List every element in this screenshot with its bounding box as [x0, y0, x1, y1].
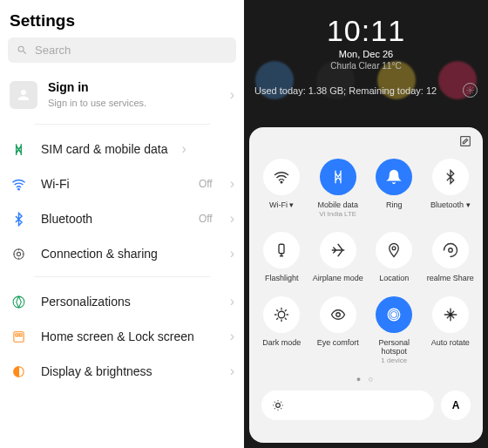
tile-label: Mobile data [317, 200, 358, 209]
chevron-right-icon: › [230, 294, 234, 309]
settings-item-display[interactable]: Display & brightness › [8, 354, 236, 389]
item-status: Off [199, 213, 213, 225]
tile-label: Location [379, 274, 409, 282]
tile-icon [320, 159, 356, 195]
svg-point-16 [392, 313, 396, 317]
qs-tile-0[interactable]: Wi-Fi ▾ [254, 155, 309, 227]
tile-label: Airplane mode [313, 274, 363, 282]
qs-tile-5[interactable]: Airplane mode [311, 228, 366, 291]
brightness-slider[interactable] [261, 390, 434, 420]
data-usage-text: Used today: 1.38 GB; Remaining today: 12 [254, 85, 437, 96]
tile-sublabel: Vi India LTE [319, 210, 356, 218]
item-label: Personalizations [41, 295, 131, 309]
tile-icon [432, 159, 469, 195]
signin-title: Sign in [48, 80, 146, 94]
settings-gear-icon[interactable] [463, 83, 478, 98]
chevron-right-icon: › [230, 176, 234, 192]
settings-item-connection[interactable]: Connection & sharing › [8, 236, 236, 271]
chevron-right-icon: › [230, 246, 234, 261]
search-input[interactable]: Search [8, 37, 236, 63]
qs-tile-10[interactable]: Personal hotspot 1 device [367, 293, 422, 373]
tile-icon [376, 296, 412, 333]
signin-row[interactable]: Sign in Sign in to use services. › [8, 75, 236, 115]
tile-icon [320, 296, 356, 333]
homescreen-icon [10, 329, 27, 344]
page-indicator: ● ○ [254, 375, 478, 384]
tile-label: Dark mode [262, 338, 301, 347]
svg-point-2 [13, 248, 23, 258]
edit-tiles-button[interactable] [458, 134, 472, 148]
divider [34, 124, 210, 125]
svg-point-0 [17, 188, 18, 189]
svg-point-8 [469, 89, 471, 91]
tile-icon [376, 232, 412, 268]
tile-label: Bluetooth ▾ [430, 200, 471, 209]
item-label: SIM card & mobile data [41, 142, 168, 156]
item-status: Off [199, 178, 213, 190]
svg-point-1 [17, 252, 20, 255]
tile-icon [376, 159, 412, 195]
qs-tile-9[interactable]: Eye comfort [311, 293, 366, 373]
tile-label: Flashlight [265, 274, 299, 282]
qs-tile-6[interactable]: Location [367, 228, 422, 291]
quick-settings-panel: Wi-Fi ▾ Mobile data Vi India LTE Ring Bl… [249, 127, 483, 443]
qs-tile-7[interactable]: realme Share [424, 228, 478, 291]
display-icon [10, 364, 27, 379]
svg-rect-11 [279, 244, 284, 254]
bluetooth-icon [10, 212, 27, 227]
settings-item-bluetooth[interactable]: Bluetooth Off › [8, 201, 236, 236]
personalization-icon [10, 295, 27, 309]
svg-rect-6 [19, 333, 22, 336]
item-label: Connection & sharing [41, 247, 158, 261]
chevron-right-icon: › [230, 211, 234, 227]
svg-point-10 [281, 181, 282, 183]
settings-item-wifi[interactable]: Wi-Fi Off › [8, 166, 236, 201]
item-label: Display & brightness [41, 364, 152, 378]
chevron-right-icon: › [230, 87, 234, 103]
auto-brightness-button[interactable]: A [441, 390, 471, 420]
chevron-right-icon: › [182, 141, 186, 157]
qs-tile-4[interactable]: Flashlight [254, 228, 309, 291]
item-label: Wi-Fi [41, 177, 70, 191]
page-title: Settings [10, 11, 236, 31]
chevron-right-icon: › [230, 329, 234, 344]
settings-item-personalizations[interactable]: Personalizations › [8, 284, 236, 319]
svg-rect-5 [15, 333, 17, 336]
clock-time: 10:11 [244, 14, 488, 48]
qs-tile-3[interactable]: Bluetooth ▾ [424, 155, 478, 227]
tile-label: Ring [386, 200, 403, 209]
brightness-icon [272, 399, 284, 411]
svg-point-3 [13, 296, 24, 308]
tile-icon [320, 232, 356, 268]
qs-tile-11[interactable]: Auto rotate [424, 293, 478, 373]
wifi-icon [10, 177, 27, 192]
tile-icon [432, 232, 469, 268]
tile-icon [263, 296, 300, 333]
qs-tile-2[interactable]: Ring [367, 155, 422, 227]
qs-tile-1[interactable]: Mobile data Vi India LTE [311, 155, 366, 227]
tile-icon [263, 159, 300, 195]
svg-point-12 [392, 247, 396, 250]
tile-label: Wi-Fi ▾ [269, 200, 295, 209]
tile-label: Personal hotspot [367, 338, 422, 356]
connection-icon [10, 247, 27, 261]
svg-point-14 [279, 311, 286, 318]
divider [34, 276, 210, 277]
svg-point-13 [449, 248, 453, 253]
tile-sublabel: 1 device [381, 356, 407, 364]
tile-icon [263, 232, 300, 268]
svg-point-19 [449, 314, 451, 316]
item-label: Bluetooth [41, 212, 92, 226]
tile-label: realme Share [427, 274, 474, 282]
svg-point-20 [276, 404, 281, 408]
search-placeholder: Search [35, 44, 71, 57]
settings-item-sim[interactable]: SIM card & mobile data › [8, 132, 236, 166]
settings-item-homescreen[interactable]: Home screen & Lock screen › [8, 319, 236, 354]
sim-icon [10, 142, 27, 157]
svg-rect-9 [461, 137, 471, 146]
qs-tile-8[interactable]: Dark mode [254, 293, 309, 373]
weather-text: Churla Clear 11°C [244, 61, 488, 71]
avatar-icon [10, 81, 37, 109]
tile-label: Eye comfort [317, 338, 359, 347]
search-icon [17, 44, 28, 56]
